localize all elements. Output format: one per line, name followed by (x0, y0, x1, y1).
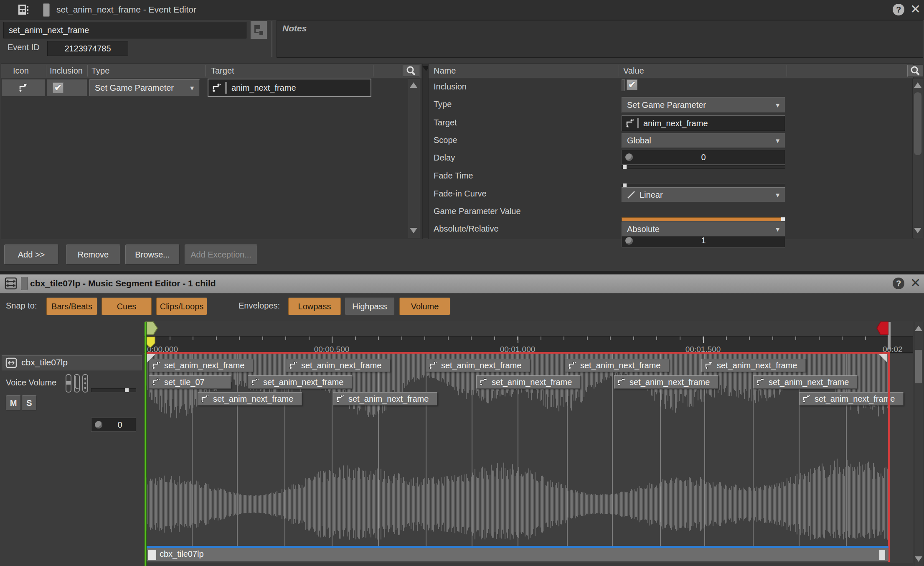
prop-target-field[interactable]: anim_next_frame (622, 115, 785, 131)
remove-button[interactable]: Remove (66, 245, 120, 265)
action-row-icon-cell[interactable] (2, 79, 45, 96)
prop-fade-time-slider[interactable] (622, 184, 785, 187)
cue-label[interactable]: set_tile_07 (149, 375, 231, 389)
ruler-tick (355, 337, 356, 340)
prop-delay-spinner[interactable]: 0 (622, 150, 785, 165)
scrollbar-thumb[interactable] (915, 350, 922, 383)
playhead-flag-icon[interactable] (145, 337, 156, 349)
clip-handle-icon[interactable] (148, 550, 156, 560)
ruler-tick (193, 337, 193, 340)
game-parameter-icon (568, 361, 577, 370)
close-icon[interactable]: ✕ (910, 3, 921, 15)
actions-scrollbar[interactable] (408, 79, 420, 238)
snap-bars-beats-button[interactable]: Bars/Beats (46, 298, 97, 315)
cue-label[interactable]: set_anim_next_frame (565, 359, 669, 372)
add-button[interactable]: Add >> (4, 245, 58, 265)
voice-volume-spinner[interactable]: 0 (91, 418, 136, 432)
cue-label[interactable]: set_anim_next_frame (149, 359, 253, 372)
ruler-tick (494, 337, 495, 340)
solo-button[interactable]: S (22, 395, 37, 410)
track-name: cbx_tile07lp (21, 357, 68, 367)
prop-delay-value: 0 (701, 153, 706, 162)
cue-label[interactable]: set_anim_next_frame (198, 392, 302, 405)
envelope-volume-button[interactable]: Volume (399, 298, 450, 315)
prop-fade-in-curve-dropdown[interactable]: Linear ▼ (622, 187, 785, 202)
envelope-lowpass-button[interactable]: Lowpass (288, 298, 341, 315)
clip-bar[interactable]: cbx_tile07lp (146, 548, 888, 561)
slider-thumb[interactable] (125, 388, 129, 392)
prop-type-dropdown[interactable]: Set Game Parameter▼ (622, 97, 785, 113)
cue-label[interactable]: set_anim_next_frame (426, 359, 530, 372)
cue-label[interactable]: set_anim_next_frame (614, 375, 718, 389)
search-button[interactable] (907, 65, 923, 77)
scroll-down-icon[interactable] (410, 228, 417, 233)
mute-button[interactable]: M (6, 395, 21, 410)
scroll-down-icon[interactable] (915, 556, 922, 562)
browse-button[interactable]: Browse... (125, 245, 180, 265)
marker-lane[interactable] (144, 321, 913, 336)
prop-absolute-relative-dropdown[interactable]: Absolute▼ (622, 222, 785, 237)
prop-fade-in-curve: Fade-in Curve (434, 189, 487, 199)
snap-clips-loops-button[interactable]: Clips/Loops (156, 298, 207, 315)
ruler-tick (471, 337, 472, 340)
scroll-up-icon[interactable] (410, 82, 417, 88)
fader-icons[interactable] (65, 373, 89, 394)
add-exception-button[interactable]: Add Exception... (185, 245, 257, 265)
inclusion-checkbox[interactable]: ✔ (53, 82, 63, 93)
snap-cues-button[interactable]: Cues (102, 298, 152, 315)
exit-cue-marker-icon[interactable] (876, 321, 891, 350)
hierarchy-icon (251, 21, 267, 39)
scroll-down-icon[interactable] (914, 228, 921, 233)
prop-scope-dropdown[interactable]: Global▼ (622, 133, 785, 148)
voice-volume-slider[interactable] (91, 388, 136, 392)
fade-in-handle-icon[interactable] (147, 354, 156, 363)
close-icon[interactable]: ✕ (910, 277, 921, 289)
event-name-input[interactable]: set_anim_next_frame (3, 22, 246, 38)
target-grip (225, 82, 227, 94)
cue-label-text: set_anim_next_frame (301, 361, 381, 370)
clip-resize-handle[interactable] (879, 550, 885, 560)
properties-scrollbar[interactable] (912, 79, 924, 238)
slider-thumb[interactable] (623, 184, 627, 187)
cue-label[interactable]: set_anim_next_frame (333, 392, 437, 405)
cue-label[interactable]: set_anim_next_frame (476, 375, 581, 389)
prop-delay: Delay (434, 153, 455, 163)
ruler-major-tick (703, 337, 704, 343)
event-id-label: Event ID (8, 43, 40, 52)
cue-label[interactable]: set_anim_next_frame (286, 359, 390, 372)
notes-box[interactable] (277, 20, 923, 58)
action-target-field[interactable]: anim_next_frame (208, 79, 371, 97)
prop-delay-slider[interactable] (622, 165, 785, 169)
prop-type-value: Set Game Parameter (627, 100, 706, 110)
cue-label-text: set_anim_next_frame (717, 361, 797, 370)
fade-out-handle-icon[interactable] (878, 354, 888, 363)
slider-thumb[interactable] (781, 217, 785, 221)
help-icon[interactable]: ? (893, 278, 904, 289)
prop-fade-time: Fade Time (434, 171, 473, 181)
prop-game-parameter-value-slider[interactable] (622, 217, 785, 221)
segment-scrollbar[interactable] (914, 322, 924, 566)
envelope-highpass-button[interactable]: Highpass (345, 298, 395, 315)
track-name-strip[interactable]: cbx_tile07lp (2, 355, 142, 370)
scroll-up-icon[interactable] (914, 82, 921, 88)
window-gap (0, 271, 924, 274)
entry-cue-marker-icon[interactable] (145, 321, 159, 336)
cue-label[interactable]: set_anim_next_frame (753, 375, 858, 389)
cue-label[interactable]: set_anim_next_frame (248, 375, 352, 389)
prop-inclusion-checkbox[interactable]: ✔ (627, 79, 637, 90)
ruler-tick (587, 337, 588, 340)
cue-label[interactable]: set_anim_next_frame (701, 359, 806, 372)
slider-thumb[interactable] (623, 165, 627, 169)
timeline-ruler[interactable]: 0:00.00000:00.50000:01.00000:01.50000:02 (144, 336, 913, 353)
ruler-tick (749, 337, 750, 340)
help-icon[interactable]: ? (893, 4, 904, 15)
cue-label-text: set_anim_next_frame (348, 394, 429, 404)
scrollbar-thumb[interactable] (914, 92, 921, 155)
ruler-tick (285, 337, 286, 340)
search-button[interactable] (403, 65, 419, 77)
scroll-up-icon[interactable] (915, 326, 922, 331)
clip-divider (426, 354, 426, 561)
action-type-dropdown[interactable]: Set Game Parameter ▼ (89, 79, 200, 96)
panel-splitter[interactable] (423, 64, 428, 238)
show-in-hierarchy-button[interactable] (251, 21, 267, 39)
